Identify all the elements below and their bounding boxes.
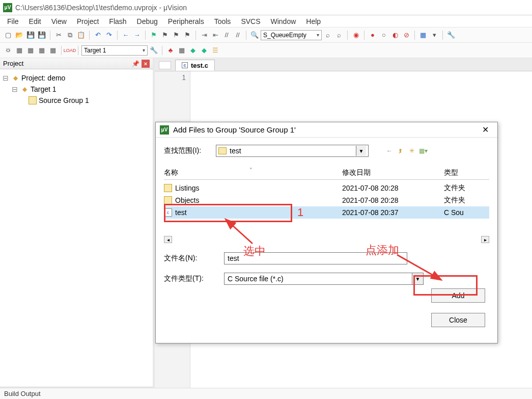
nav-back-icon[interactable]: ← [385, 146, 394, 155]
menu-debug[interactable]: Debug [132, 16, 163, 27]
breakpoint-enable-icon[interactable]: ○ [379, 30, 389, 40]
menu-view[interactable]: View [46, 16, 72, 27]
editor-tab-label: test.c [191, 62, 208, 69]
pin-icon[interactable]: 📌 [132, 60, 139, 67]
build-output-label: Build Output [4, 390, 41, 397]
tree-root[interactable]: ⊟ ◆ Project: demo [2, 72, 151, 84]
cut-icon[interactable]: ✂ [53, 30, 64, 40]
c-file-icon: c [182, 62, 188, 68]
menu-help[interactable]: Help [301, 16, 326, 27]
file-list[interactable]: Listings 2021-07-08 20:28 文件夹 Objects 20… [164, 182, 489, 219]
new-folder-icon[interactable]: ✳ [407, 146, 416, 155]
filename-input[interactable] [224, 252, 407, 264]
rebuild-icon[interactable]: ▦ [25, 45, 36, 56]
download-icon[interactable]: LOAD [65, 45, 75, 56]
file-date: 2021-07-08 20:37 [342, 208, 444, 217]
find-in-files-icon[interactable]: 🔍 [249, 30, 260, 40]
separator [246, 31, 246, 40]
stop-build-icon[interactable]: ▦ [48, 45, 58, 56]
col-name[interactable]: 名称 [164, 168, 342, 177]
bookmark-icon[interactable]: ⚑ [149, 30, 159, 40]
uncomment-icon[interactable]: // [233, 30, 243, 40]
project-panel-title: Project [3, 60, 23, 67]
menu-flash[interactable]: Flash [104, 16, 131, 27]
col-date[interactable]: 修改日期 [342, 168, 444, 177]
undo-icon[interactable]: ↶ [93, 30, 103, 40]
manage-project-icon[interactable]: ♣ [165, 45, 176, 56]
menu-peripherals[interactable]: Peripherals [163, 16, 209, 27]
save-all-icon[interactable]: 💾 [37, 30, 47, 40]
select-pack-icon[interactable]: ◆ [188, 45, 198, 56]
debug-icon[interactable]: ◉ [351, 30, 361, 40]
comment-icon[interactable]: // [221, 30, 232, 40]
breakpoint-insert-icon[interactable]: ● [368, 30, 378, 40]
outdent-icon[interactable]: ⇤ [210, 30, 220, 40]
close-icon[interactable]: × [142, 60, 150, 68]
filetype-combo[interactable]: C Source file (*.c) ▼ [224, 273, 424, 285]
file-row-test[interactable]: ctest 2021-07-08 20:37 C Sou [164, 206, 489, 219]
bookmark-prev-icon[interactable]: ⚑ [160, 30, 170, 40]
collapse-icon[interactable]: ⊟ [11, 85, 18, 93]
scroll-right-icon[interactable]: ▸ [481, 236, 489, 243]
separator [89, 31, 90, 40]
batch-build-icon[interactable]: ▦ [37, 45, 47, 56]
target-options-icon[interactable]: 🔧 [149, 45, 159, 56]
tree-target[interactable]: ⊟ ◆ Target 1 [2, 84, 151, 95]
build-output-header[interactable]: Build Output [0, 388, 532, 399]
copy-icon[interactable]: ⧉ [65, 30, 75, 40]
find-combo[interactable]: S_QueueEmpty▾ [261, 30, 322, 40]
editor-tab-testc[interactable]: c test.c [175, 60, 215, 71]
project-tree[interactable]: ⊟ ◆ Project: demo ⊟ ◆ Target 1 Source Gr… [0, 69, 153, 387]
nav-back-icon[interactable]: ← [121, 30, 131, 40]
indent-icon[interactable]: ⇥ [199, 30, 209, 40]
lookin-combo[interactable]: test ▼ [216, 145, 369, 157]
view-menu-icon[interactable]: ▦▾ [418, 146, 428, 155]
books-icon[interactable]: ☰ [210, 45, 220, 56]
collapse-icon[interactable]: ⊟ [2, 74, 9, 82]
chevron-down-icon[interactable]: ▼ [356, 146, 366, 156]
open-file-icon[interactable]: 📂 [14, 30, 24, 40]
chevron-down-icon[interactable]: ▼ [412, 273, 423, 284]
separator [414, 31, 415, 40]
menu-window[interactable]: Window [266, 16, 301, 27]
translate-icon[interactable]: ⛭ [3, 45, 13, 56]
new-file-icon[interactable]: ▢ [3, 30, 13, 40]
bookmark-clear-icon[interactable]: ⚑ [182, 30, 192, 40]
add-button[interactable]: Add [431, 288, 485, 303]
close-button[interactable]: Close [431, 313, 485, 327]
tree-group[interactable]: Source Group 1 [2, 95, 151, 106]
menu-edit[interactable]: Edit [24, 16, 46, 27]
dialog-close-icon[interactable]: ✕ [477, 124, 493, 136]
save-icon[interactable]: 💾 [25, 30, 36, 40]
menu-svcs[interactable]: SVCS [236, 16, 265, 27]
find-next-icon[interactable]: ⌕ [323, 30, 333, 40]
layout-menu-icon[interactable]: ▾ [429, 30, 439, 40]
nav-fwd-icon[interactable]: → [132, 30, 142, 40]
breakpoint-disable-icon[interactable]: ◐ [390, 30, 400, 40]
pack-installer-icon[interactable]: ◆ [199, 45, 209, 56]
bookmark-next-icon[interactable]: ⚑ [171, 30, 181, 40]
target-combo[interactable]: Target 1▾ [81, 45, 148, 56]
find-combo-text: S_QueueEmpty [263, 32, 306, 39]
col-type[interactable]: 类型 [444, 168, 489, 177]
file-list-header[interactable]: ˄ 名称 修改日期 类型 [164, 168, 489, 180]
scroll-left-icon[interactable]: ◂ [164, 236, 172, 243]
file-name: Objects [175, 196, 199, 204]
window-layout-icon[interactable]: ▦ [418, 30, 428, 40]
manage-rte-icon[interactable]: ▦ [177, 45, 187, 56]
paste-icon[interactable]: 📋 [76, 30, 86, 40]
menu-file[interactable]: File [2, 16, 24, 27]
menu-project[interactable]: Project [72, 16, 104, 27]
breakpoint-kill-icon[interactable]: ⊘ [401, 30, 411, 40]
up-folder-icon[interactable]: ⮭ [396, 146, 405, 155]
file-row-objects[interactable]: Objects 2021-07-08 20:28 文件夹 [164, 194, 489, 206]
find-prev-icon[interactable]: ⌕ [334, 30, 344, 40]
project-icon: ◆ [11, 74, 19, 82]
file-row-listings[interactable]: Listings 2021-07-08 20:28 文件夹 [164, 182, 489, 194]
build-icon[interactable]: ▦ [14, 45, 24, 56]
menu-tools[interactable]: Tools [209, 16, 236, 27]
project-panel: Project 📌 × ⊟ ◆ Project: demo ⊟ ◆ Target… [0, 58, 155, 399]
file-list-hscroll[interactable]: ◂ ▸ [164, 235, 489, 244]
configure-icon[interactable]: 🔧 [446, 30, 456, 40]
redo-icon[interactable]: ↷ [104, 30, 114, 40]
